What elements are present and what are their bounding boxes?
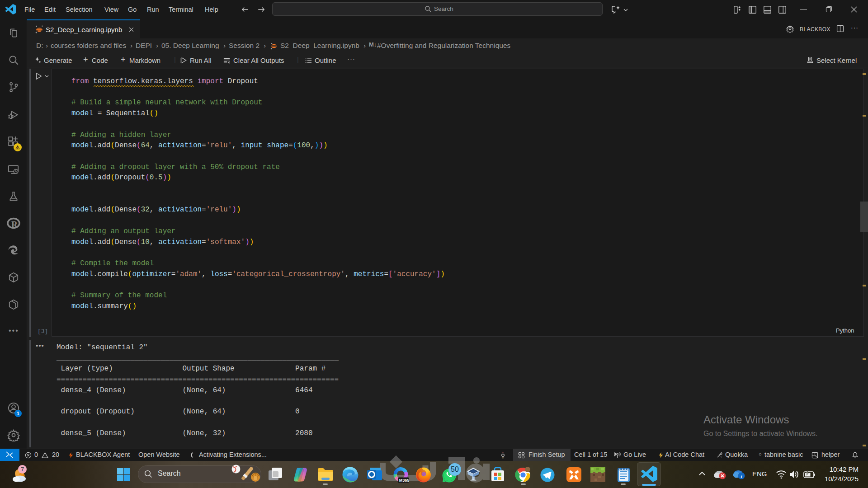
svg-text:R: R <box>11 220 18 229</box>
svg-text:M365: M365 <box>399 478 409 483</box>
